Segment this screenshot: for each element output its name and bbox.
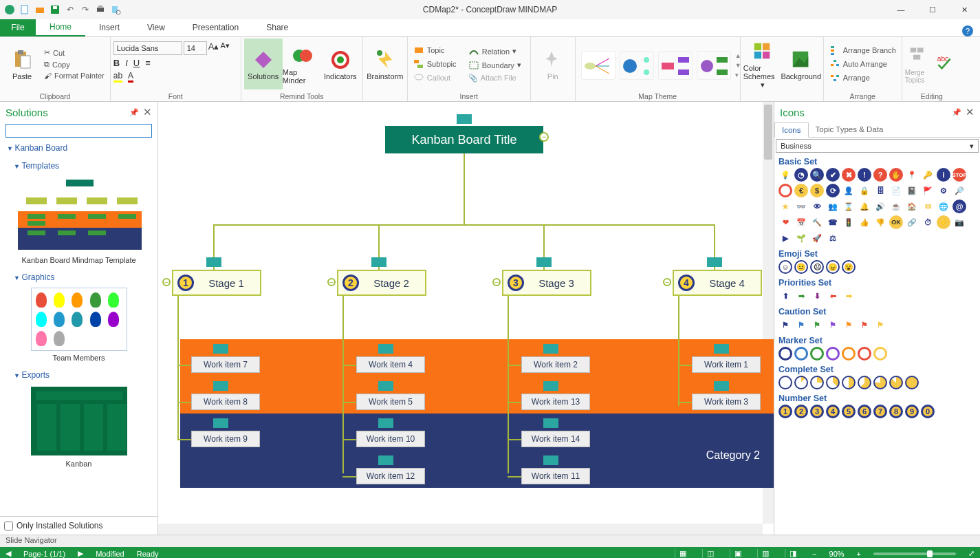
zoom-out-icon[interactable]: − — [812, 550, 816, 558]
info-icon[interactable]: i — [937, 168, 950, 182]
angry-icon[interactable]: 😠 — [826, 260, 840, 274]
maximize-button[interactable]: ☐ — [917, 0, 948, 19]
indicators-button[interactable]: Indicators — [321, 39, 360, 89]
gavel-icon[interactable]: 🔨 — [810, 215, 824, 229]
pin-icon[interactable]: 📌 — [129, 108, 139, 117]
help-icon[interactable]: ? — [962, 25, 973, 36]
section-kanban-board[interactable]: Kanban Board — [0, 139, 157, 157]
smile-icon[interactable]: ☺ — [778, 260, 792, 274]
root-collapse-icon[interactable]: − — [539, 132, 549, 142]
marker-purple-icon[interactable] — [826, 347, 840, 361]
arrow-gold-icon[interactable]: ➡ — [842, 289, 856, 303]
insert-boundary-button[interactable]: Boundary ▾ — [466, 59, 527, 72]
collapse-icon[interactable]: − — [327, 278, 336, 286]
insert-subtopic-button[interactable]: Subtopic — [411, 58, 466, 70]
view-mode-4-icon[interactable]: ▥ — [757, 549, 772, 559]
play-icon[interactable]: ▶ — [778, 231, 792, 245]
complete-87-icon[interactable] — [889, 376, 903, 389]
undo-icon[interactable]: ↶ — [65, 4, 76, 15]
lock-icon[interactable]: 🔒 — [858, 184, 871, 197]
marker-blue-icon[interactable] — [794, 347, 808, 361]
insert-attach-button[interactable]: 📎 Attach File — [466, 73, 527, 83]
nosign-icon[interactable] — [778, 184, 792, 197]
work-item[interactable]: Work item 10 — [356, 431, 425, 447]
surprise-icon[interactable]: 😮 — [842, 260, 856, 274]
complete-25-icon[interactable] — [810, 376, 824, 389]
thumbdown-icon[interactable]: 👎 — [873, 215, 887, 229]
insert-relation-button[interactable]: Relation ▾ — [466, 45, 527, 58]
rocket-icon[interactable]: 🚀 — [810, 231, 824, 245]
euro-icon[interactable]: € — [794, 184, 808, 197]
work-item[interactable]: Work item 3 — [692, 394, 761, 410]
calendar-icon[interactable]: 📅 — [794, 215, 808, 229]
thumbup-icon[interactable]: 👍 — [858, 215, 871, 229]
only-installed-row[interactable]: Only Installed Solutions — [0, 516, 157, 535]
num-5-icon[interactable]: 5 — [842, 405, 856, 418]
print-icon[interactable] — [95, 4, 106, 15]
align-button[interactable]: ≡ — [145, 58, 151, 68]
tab-view[interactable]: View — [133, 19, 179, 36]
work-item[interactable]: Work item 5 — [356, 394, 425, 410]
num-6-icon[interactable]: 6 — [858, 405, 871, 418]
num-1-icon[interactable]: 1 — [778, 405, 792, 418]
search2-icon[interactable]: 🔎 — [952, 184, 966, 197]
flag-red-icon[interactable]: ⚑ — [858, 318, 871, 332]
paste-button[interactable]: Paste — [3, 39, 41, 89]
stage-4-node[interactable]: 4Stage 4 — [673, 270, 762, 296]
marker-red-icon[interactable] — [858, 347, 871, 361]
format-painter-button[interactable]: 🖌 Format Painter — [41, 71, 107, 81]
kanban-export-thumb[interactable] — [31, 387, 127, 455]
flag-gold-icon[interactable]: ⚑ — [873, 318, 887, 332]
work-item[interactable]: Work item 13 — [521, 394, 590, 410]
close-icon[interactable]: ✕ — [143, 106, 152, 118]
gear-icon[interactable]: ⚙ — [937, 184, 950, 197]
auto-arrange-button[interactable]: Auto Arrange — [827, 58, 899, 70]
canvas-area[interactable]: Category 2 Kanban Board Title − 1Stage 1… — [158, 102, 774, 535]
arrange-branch-button[interactable]: Arrange Branch — [827, 44, 899, 56]
tab-share[interactable]: Share — [252, 19, 302, 36]
num-3-icon[interactable]: 3 — [810, 405, 824, 418]
solutions-button[interactable]: Solutions — [244, 39, 283, 89]
tab-presentation[interactable]: Presentation — [179, 19, 252, 36]
marker-gold-icon[interactable] — [873, 347, 887, 361]
speed-icon[interactable]: ⏱ — [921, 215, 935, 229]
document-icon[interactable]: 📄 — [889, 184, 903, 197]
minimize-button[interactable]: — — [885, 0, 917, 19]
key-icon[interactable]: 🔑 — [921, 168, 935, 182]
num-8-icon[interactable]: 8 — [889, 405, 903, 418]
save-icon[interactable] — [50, 4, 61, 15]
flag-purple-icon[interactable]: ⚑ — [826, 318, 840, 332]
section-graphics[interactable]: Graphics — [0, 268, 157, 286]
clock-icon[interactable]: ◔ — [794, 168, 808, 182]
work-item[interactable]: Work item 8 — [191, 394, 260, 410]
flag-navy-icon[interactable]: ⚑ — [778, 318, 792, 332]
globe-icon[interactable]: 🌐 — [937, 200, 950, 213]
frown-icon[interactable]: ☹ — [810, 260, 824, 274]
work-item[interactable]: Work item 7 — [191, 356, 260, 373]
cut-button[interactable]: ✂ Cut — [41, 47, 107, 58]
stage-1-node[interactable]: 1Stage 1 — [172, 270, 261, 296]
sprout-icon[interactable]: 🌱 — [794, 231, 808, 245]
highlight-button[interactable]: ab — [113, 71, 122, 83]
at-icon[interactable]: @ — [952, 200, 966, 213]
redo-icon[interactable]: ↷ — [80, 4, 91, 15]
tab-icons[interactable]: Icons — [774, 122, 809, 138]
coffee-icon[interactable]: ☕ — [889, 200, 903, 213]
person-icon[interactable]: 👤 — [842, 184, 856, 197]
zoom-in-icon[interactable]: + — [857, 550, 861, 558]
complete-100-icon[interactable] — [905, 376, 919, 389]
icon-category-combo[interactable]: Business▾ — [776, 139, 979, 153]
theme-2[interactable] — [620, 51, 654, 80]
hourglass-icon[interactable]: ⌛ — [842, 200, 856, 213]
refresh-icon[interactable]: ⟳ — [826, 184, 840, 197]
flag-icon[interactable]: 🚩 — [921, 184, 935, 197]
neutral-icon[interactable]: 😐 — [794, 260, 808, 274]
bolt-icon[interactable]: ⚡ — [937, 215, 950, 229]
brainstorm-button[interactable]: Brainstorm — [366, 39, 404, 89]
work-item[interactable]: Work item 9 — [191, 431, 260, 447]
horizontal-scrollbar[interactable] — [158, 524, 763, 535]
pin-icon[interactable]: 📌 — [952, 108, 961, 117]
eye-icon[interactable]: 👁 — [810, 200, 824, 213]
collapse-icon[interactable]: − — [663, 278, 671, 286]
marker-green-icon[interactable] — [810, 347, 824, 361]
